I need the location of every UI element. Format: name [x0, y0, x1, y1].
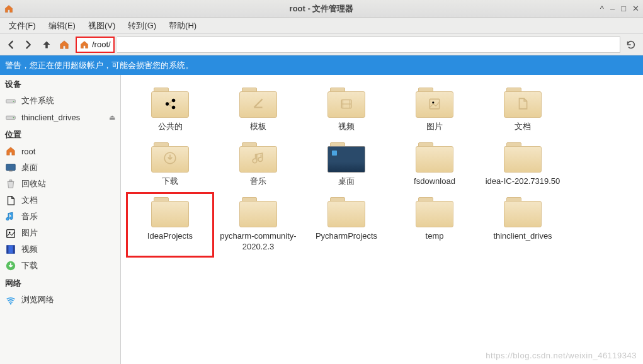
sidebar-place-6[interactable]: 视频 [0, 241, 120, 258]
path-home-icon [79, 40, 89, 50]
sidebar-item-label: thinclient_drives [21, 113, 80, 122]
folder-idea-ic-202-7319-50[interactable]: idea-IC-202.7319.50 [479, 137, 567, 192]
wifi-icon [5, 294, 16, 305]
folder-icon [416, 197, 453, 227]
sidebar-item-label: 音乐 [21, 211, 38, 222]
folder-label: temp [426, 231, 444, 242]
sidebar-item-label: 文件系统 [21, 95, 54, 106]
folder-icon [239, 88, 277, 118]
sidebar-place-4[interactable]: 音乐 [0, 208, 120, 225]
folder-label: 图片 [426, 122, 443, 132]
sidebar-place-0[interactable]: root [0, 143, 120, 159]
sidebar-device-1[interactable]: thinclient_drives⏏ [0, 109, 120, 125]
refresh-button[interactable] [623, 37, 639, 53]
folder-label: idea-IC-202.7319.50 [486, 176, 560, 187]
sidebar-device-0[interactable]: 文件系统 [0, 93, 120, 109]
folder--[interactable]: 公共的 [126, 82, 214, 137]
menu-edit[interactable]: 编辑(E) [42, 18, 82, 33]
folder-icon [327, 88, 365, 118]
desktop-icon [5, 162, 16, 173]
watermark: https://blog.csdn.net/weixin_46119343 [486, 351, 637, 360]
pathbar-rest[interactable] [117, 37, 620, 53]
folder-icon [239, 197, 277, 227]
music-icon [5, 211, 16, 222]
path-text[interactable]: /root/ [92, 40, 111, 49]
app-icon [4, 4, 14, 14]
folder-icon [416, 142, 453, 173]
folder-pycharm-community-2020-2-3[interactable]: pycharm-community-2020.2.3 [214, 192, 302, 258]
folder-icon [504, 88, 542, 118]
sidebar-item-label: 下载 [21, 260, 38, 271]
folder-icon [151, 197, 189, 227]
folder-icon [327, 197, 365, 227]
network-heading: 网络 [0, 274, 120, 292]
menu-view[interactable]: 视图(V) [82, 18, 122, 33]
trash-icon [5, 178, 16, 190]
folder--[interactable]: 音乐 [214, 137, 302, 192]
eject-icon[interactable]: ⏏ [109, 113, 115, 122]
folder-thinclient-drives[interactable]: thinclient_drives [479, 192, 567, 258]
sidebar-item-label: 图片 [21, 227, 38, 239]
folder-label: 下载 [162, 176, 178, 187]
menu-file[interactable]: 文件(F) [3, 18, 42, 33]
folder-label: 视频 [338, 122, 355, 132]
folder-ideaprojects[interactable]: IdeaProjects [126, 192, 214, 258]
menu-go[interactable]: 转到(G) [122, 18, 162, 33]
sidebar-place-7[interactable]: 下载 [0, 258, 120, 274]
folder--[interactable]: 下载 [126, 137, 214, 192]
content-area[interactable]: 公共的模板视频图片文档下载音乐桌面fsdownloadidea-IC-202.7… [121, 75, 643, 364]
folder-label: 音乐 [250, 176, 266, 187]
folder-fsdownload[interactable]: fsdownload [390, 137, 479, 192]
folder-temp[interactable]: temp [390, 192, 479, 258]
titlebar: root - 文件管理器 ^ – □ ✕ [0, 0, 643, 18]
pathbar-highlight: /root/ [76, 37, 115, 53]
folder-label: PycharmProjects [316, 231, 377, 242]
folder-icon [416, 88, 453, 118]
places-heading: 位置 [0, 125, 120, 143]
drive-icon [5, 111, 16, 123]
sidebar-item-label: root [21, 147, 35, 156]
folder-icon [151, 88, 189, 118]
sidebar-place-3[interactable]: 文档 [0, 192, 120, 208]
up-button[interactable] [39, 37, 54, 52]
folder-label: 模板 [250, 122, 266, 132]
folder-label: pycharm-community-2020.2.3 [217, 231, 300, 253]
sidebar-network-0[interactable]: 浏览网络 [0, 292, 120, 308]
sidebar-place-1[interactable]: 桌面 [0, 159, 120, 176]
back-button[interactable] [4, 37, 19, 52]
window-title: root - 文件管理器 [290, 3, 354, 14]
roll-up-icon[interactable]: ^ [600, 4, 604, 13]
download-icon [5, 260, 16, 271]
folder--[interactable]: 模板 [214, 82, 302, 137]
maximize-icon[interactable]: □ [621, 4, 626, 13]
folder--[interactable]: 桌面 [302, 137, 390, 192]
close-icon[interactable]: ✕ [632, 4, 639, 13]
drive-icon [5, 95, 16, 106]
menubar: 文件(F) 编辑(E) 视图(V) 转到(G) 帮助(H) [0, 18, 643, 34]
folder-label: fsdownload [414, 176, 455, 187]
pic-icon [5, 227, 16, 239]
warning-bar: 警告，您正在使用超级帐户，可能会损害您的系统。 [0, 55, 643, 75]
folder-icon [504, 197, 542, 227]
sidebar-place-5[interactable]: 图片 [0, 225, 120, 241]
sidebar-item-label: 浏览网络 [21, 294, 54, 305]
folder-pycharmprojects[interactable]: PycharmProjects [302, 192, 390, 258]
warning-text: 警告，您正在使用超级帐户，可能会损害您的系统。 [5, 60, 193, 71]
forward-button[interactable] [21, 37, 37, 52]
sidebar-item-label: 文档 [21, 195, 38, 206]
minimize-icon[interactable]: – [610, 4, 615, 13]
sidebar-item-label: 回收站 [21, 178, 46, 190]
home-button[interactable] [57, 37, 72, 52]
folder-label: thinclient_drives [493, 231, 552, 242]
folder--[interactable]: 文档 [479, 82, 567, 137]
toolbar: /root/ [0, 34, 643, 55]
folder-icon [504, 142, 542, 173]
sidebar-item-label: 视频 [21, 244, 38, 255]
folder--[interactable]: 图片 [390, 82, 479, 137]
video-icon [5, 244, 16, 255]
devices-heading: 设备 [0, 75, 120, 93]
menu-help[interactable]: 帮助(H) [162, 18, 203, 33]
sidebar-place-2[interactable]: 回收站 [0, 176, 120, 192]
folder--[interactable]: 视频 [302, 82, 390, 137]
sidebar: 设备 文件系统thinclient_drives⏏ 位置 root桌面回收站文档… [0, 75, 121, 364]
